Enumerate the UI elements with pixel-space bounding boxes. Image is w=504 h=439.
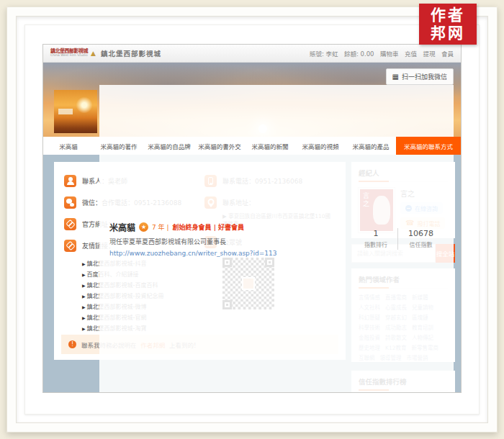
- warning-icon: !: [68, 340, 76, 348]
- site-logo-caption: China West Film Studio: [50, 54, 88, 58]
- account-bar[interactable]: 賬號: 李虹 餘額: 0.00 購物車 充值 提現 會員: [310, 49, 454, 58]
- membership-labels: 創始終身會員 | 好書會員: [173, 222, 245, 232]
- site-logo[interactable]: 鎮北堡西部影視城 China West Film Studio: [50, 49, 88, 58]
- author-title: 現任寧夏華夏西部影視城有限公司董事長: [109, 237, 277, 246]
- stamp-line2: 邦网: [431, 24, 465, 42]
- stat-label: 指數排行: [364, 240, 387, 248]
- topbar: 鎮北堡西部影視城 China West Film Studio ▲ 鎮北堡西部影…: [43, 45, 461, 63]
- tab-米高貓的新聞[interactable]: 米高貓的新聞: [245, 137, 295, 155]
- tab-米高貓的書外交[interactable]: 米高貓的書外交: [194, 137, 245, 155]
- member-medal-icon: ★: [139, 222, 148, 232]
- zuozhebang-stamp-logo: 作者 邦网: [419, 4, 477, 45]
- pagoda-icon: ▲: [91, 50, 96, 57]
- tab-米高貓[interactable]: 米高貓: [43, 137, 94, 155]
- author-name: 米高貓: [109, 221, 135, 233]
- site-name: 鎮北堡西部影視城: [101, 48, 161, 58]
- profile-stat: 10678信任指數: [408, 229, 433, 248]
- wechat-icon: [64, 196, 76, 209]
- profile-stats: 1指數排行10678信任指數: [364, 228, 444, 250]
- stat-value: 10678: [408, 229, 433, 238]
- link-icon: [64, 240, 76, 252]
- profile-url[interactable]: http://www.zuozhebang.cn/writer_show.asp…: [109, 250, 277, 257]
- member-years: 7 年 |: [152, 222, 168, 232]
- user-icon: [64, 175, 76, 187]
- tab-米高貓的視頻[interactable]: 米高貓的視頻: [295, 137, 346, 155]
- avatar: [54, 90, 97, 133]
- profile-nav-tabs: 米高貓米高貓的著作米高貓的自品牌米高貓的書外交米高貓的新聞米高貓的視頻米高貓的產…: [43, 137, 461, 155]
- stamp-line1: 作者: [431, 6, 465, 24]
- stat-label: 信任指數: [410, 240, 433, 248]
- qr-small-icon: ▦: [392, 73, 399, 81]
- tab-米高貓的產品[interactable]: 米高貓的產品: [346, 137, 396, 155]
- profile-stat: 1指數排行: [364, 229, 387, 248]
- tab-米高貓的聯系方式[interactable]: 米高貓的聯系方式: [396, 137, 461, 155]
- stats-divider: [397, 228, 398, 250]
- profile-card: 米高貓 ★ 7 年 | 創始終身會員 | 好書會員 現任寧夏華夏西部影視城有限公…: [99, 85, 454, 392]
- contact-label: 微信：: [82, 198, 102, 207]
- add-wechat-button[interactable]: ▦ 扫一扫加我微信: [386, 68, 454, 85]
- website-screenshot: 鎮北堡西部影視城 China West Film Studio ▲ 鎮北堡西部影…: [43, 45, 461, 392]
- add-wechat-label: 扫一扫加我微信: [402, 72, 447, 81]
- link-icon: [64, 218, 76, 230]
- tab-米高貓的著作[interactable]: 米高貓的著作: [94, 137, 144, 155]
- tab-米高貓的自品牌[interactable]: 米高貓的自品牌: [144, 137, 194, 155]
- stat-value: 1: [374, 229, 379, 238]
